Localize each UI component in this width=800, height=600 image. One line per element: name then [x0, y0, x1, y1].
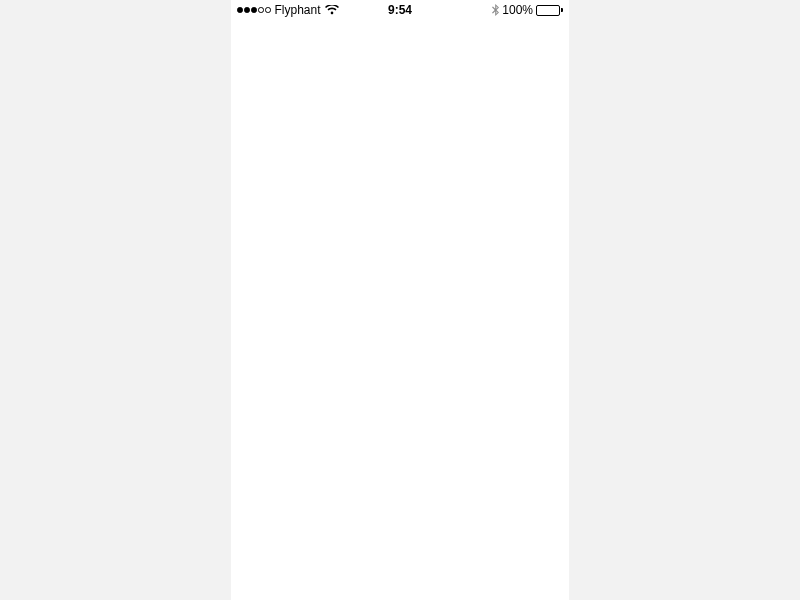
- screen-content-blank: [231, 20, 569, 600]
- status-bar-left: Flyphant: [237, 3, 339, 17]
- bluetooth-icon: [492, 4, 499, 16]
- carrier-label: Flyphant: [275, 3, 321, 17]
- status-bar: Flyphant 9:54 100%: [231, 0, 569, 20]
- wifi-icon: [325, 5, 339, 15]
- battery-icon: [536, 5, 563, 16]
- status-bar-right: 100%: [492, 3, 563, 17]
- phone-frame: Flyphant 9:54 100%: [231, 0, 569, 600]
- battery-percent: 100%: [502, 3, 533, 17]
- status-bar-time: 9:54: [388, 3, 412, 17]
- cellular-signal-icon: [237, 7, 271, 13]
